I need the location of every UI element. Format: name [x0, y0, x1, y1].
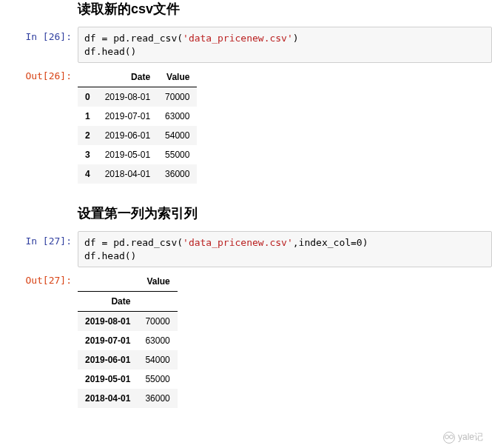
- cell: 55000: [138, 370, 177, 389]
- table-row: 3 2019-05-01 55000: [78, 145, 197, 164]
- index-header: [78, 272, 138, 292]
- code-token: df.head(): [84, 46, 136, 57]
- row-index: 2019-06-01: [78, 350, 138, 370]
- code-token: df = pd.read_csv(: [84, 33, 183, 44]
- code-token: ): [293, 33, 299, 44]
- code-cell: In [26]: df = pd.read_csv('data_pricenew…: [0, 25, 492, 64]
- code-token: df = pd.read_csv(: [84, 237, 183, 248]
- cell: 2019-06-01: [98, 126, 158, 145]
- row-index: 2019-05-01: [78, 370, 138, 389]
- column-header: Value: [158, 67, 197, 87]
- output-prompt: Out[26]:: [0, 66, 78, 184]
- cell: 70000: [138, 312, 177, 332]
- cell: 2019-08-01: [98, 87, 158, 107]
- cell: 63000: [158, 107, 197, 126]
- column-header: Date: [98, 67, 158, 87]
- table-row: 2019-05-01 55000: [78, 370, 178, 389]
- row-index: 1: [78, 107, 98, 126]
- table-row: 4 2018-04-01 36000: [78, 164, 197, 184]
- cell: 36000: [138, 389, 177, 408]
- code-string: 'data_pricenew.csv': [183, 237, 293, 248]
- code-string: 'data_pricenew.csv': [183, 33, 293, 44]
- cell: 2019-05-01: [98, 145, 158, 164]
- input-prompt: In [27]:: [0, 231, 78, 267]
- column-header: Value: [138, 272, 177, 292]
- table-row: 0 2019-08-01 70000: [78, 87, 197, 107]
- code-input[interactable]: df = pd.read_csv('data_pricenew.csv') df…: [78, 27, 492, 63]
- index-name: Date: [78, 292, 138, 312]
- output-cell: Out[27]: Value Date 2019-08-01 7: [0, 269, 492, 409]
- row-index: 2018-04-01: [78, 389, 138, 408]
- table-row: 2019-08-01 70000: [78, 312, 178, 332]
- cell: 54000: [138, 350, 177, 370]
- output-cell: Out[26]: Date Value 0 2019-08-01 70000: [0, 64, 492, 185]
- cell: 55000: [158, 145, 197, 164]
- table-row: 1 2019-07-01 63000: [78, 107, 197, 126]
- table-row: 2019-06-01 54000: [78, 350, 178, 370]
- code-input[interactable]: df = pd.read_csv('data_pricenew.csv',ind…: [78, 231, 492, 267]
- row-index: 4: [78, 164, 98, 184]
- cell: 2018-04-01: [98, 164, 158, 184]
- output-prompt: Out[27]:: [0, 270, 78, 408]
- cell: 36000: [158, 164, 197, 184]
- markdown-heading: 设置第一列为索引列: [0, 204, 492, 222]
- dataframe-table: Value Date 2019-08-01 70000 2019-07-01 6…: [78, 272, 178, 408]
- row-index: 2: [78, 126, 98, 145]
- code-cell: In [27]: df = pd.read_csv('data_pricenew…: [0, 230, 492, 269]
- code-token: df.head(): [84, 250, 136, 261]
- blank-header: [138, 292, 177, 312]
- cell: 63000: [138, 331, 177, 350]
- cell: 2019-07-01: [98, 107, 158, 126]
- dataframe-table: Date Value 0 2019-08-01 70000 1 2019-07-…: [78, 67, 197, 184]
- input-prompt: In [26]:: [0, 27, 78, 63]
- table-row: 2018-04-01 36000: [78, 389, 178, 408]
- cell: 70000: [158, 87, 197, 107]
- table-row: 2 2019-06-01 54000: [78, 126, 197, 145]
- cell: 54000: [158, 126, 197, 145]
- row-index: 2019-07-01: [78, 331, 138, 350]
- code-token: ,index_col=0): [293, 237, 368, 248]
- row-index: 3: [78, 145, 98, 164]
- index-header: [78, 67, 98, 87]
- markdown-heading: 读取新的csv文件: [0, 0, 492, 18]
- table-row: 2019-07-01 63000: [78, 331, 178, 350]
- row-index: 0: [78, 87, 98, 107]
- row-index: 2019-08-01: [78, 312, 138, 332]
